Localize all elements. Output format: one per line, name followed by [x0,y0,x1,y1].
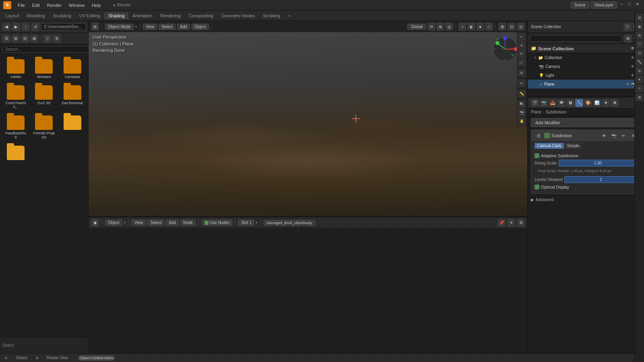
tab-layout[interactable]: Layout [2,12,23,19]
folder-daztounreal[interactable]: DazToUnreal [60,84,85,111]
outliner-filter-icon[interactable]: ⊞ [624,35,632,43]
tool-annotate[interactable]: ✏ [518,79,526,87]
tab-scripting[interactable]: Scripting [259,12,284,19]
props-scene-tab[interactable]: 🎬 [531,99,539,107]
outliner-search-input[interactable] [530,35,622,42]
levels-vp-value[interactable]: 1 [564,176,637,183]
mode-dropdown-icon[interactable]: ▾ [135,25,137,29]
menu-file[interactable]: File [14,2,28,8]
nav-refresh-btn[interactable]: ↺ [31,23,39,31]
view-list-btn[interactable]: ☰ [2,35,10,43]
viewport-gizmo[interactable]: ⊙ [517,23,525,31]
view-zoom-in[interactable]: 🔍 [518,100,526,108]
props-output-tab[interactable]: 📤 [549,99,557,107]
shader-select-menu[interactable]: Select [147,220,164,226]
outliner-camera[interactable]: 📷 Camera 👁 📷 [528,62,644,71]
folder-corel[interactable]: Corel PaintSh... [3,84,28,111]
maximize-btn[interactable]: □ [626,2,632,8]
tab-sculpting[interactable]: Sculpting [49,12,75,19]
rvb-btn-8[interactable]: ✦ [636,76,644,84]
rvb-btn-2[interactable]: ◉ [636,23,644,31]
tool-measure[interactable]: 📏 [518,90,526,98]
adaptive-sub-checkbox[interactable]: ✓ [535,153,539,158]
advanced-section-toggle[interactable]: ▶ Advanced [528,196,644,203]
rvb-btn-7[interactable]: ⊛ [636,67,644,75]
nav-forward-btn[interactable]: ▶ [12,23,20,31]
tab-catmull-clark[interactable]: Catmull-Clark [535,143,564,149]
node-canvas[interactable]: ubpmfaudy_4K_Normal.jpg 🖼 ubpmfaudy_4...… [89,228,527,353]
modifier-toggle-btn[interactable]: ☰ [535,132,543,140]
filter-btn[interactable]: ▽ [43,35,52,43]
props-object-tab[interactable]: ⊞ [566,99,574,107]
plane-eye[interactable]: 👁 [626,82,630,86]
viewport-add-menu[interactable]: Add [177,24,190,30]
shader-settings-btn[interactable]: ⚙ [517,219,525,227]
close-btn[interactable]: ✕ [634,2,641,8]
viewport-xray[interactable]: ⊡ [508,23,516,31]
tab-geometry-nodes[interactable]: Geometry Nodes [217,12,259,19]
shader-close-btn[interactable]: ✕ [507,219,515,227]
tool-move[interactable]: ✛ [518,41,526,49]
folder-feedbackhub[interactable]: FeedbackHub [3,114,28,141]
folder-extra2[interactable] [3,144,28,163]
tool-select[interactable]: ↖ [518,33,526,41]
outliner-filter-btn[interactable]: ▽ [623,23,632,31]
folder-bioware[interactable]: BioWare [31,58,56,80]
folder-camtasia[interactable]: Camtasia [60,58,85,80]
viewport-select-menu[interactable]: Select [159,24,175,30]
dicing-scale-value[interactable]: 1.00 [559,160,637,167]
file-search-input[interactable] [2,46,91,53]
transform-icons[interactable]: ⟳ [427,23,436,31]
viewport-overlay[interactable]: ⊞ [498,23,506,31]
viewport-shading-solid[interactable]: ○ [458,23,466,31]
viewport-shading-wireframe[interactable]: □ [485,23,493,31]
nav-up-btn[interactable]: ↑ [22,23,30,31]
scene-selector[interactable]: Scene [571,2,589,8]
viewport-shading-rendered[interactable]: ● [476,23,484,31]
menu-edit[interactable]: Edit [29,2,43,8]
tab-add[interactable]: + [284,12,295,19]
shader-pin-btn[interactable]: 📌 [497,219,506,227]
view-columns-btn[interactable]: ⊟ [21,35,29,43]
view-hand[interactable]: ✋ [518,117,526,125]
shader-mode-selector[interactable]: Object [105,220,122,226]
sort-btn[interactable]: ⇅ [53,35,61,43]
rvb-btn-1[interactable]: ⊞ [636,21,644,22]
menu-render[interactable]: Render [44,2,65,8]
snap-icons[interactable]: ⊕ [436,23,444,31]
tab-uv-editing[interactable]: UV Editing [75,12,104,19]
slot-dropdown[interactable]: ▾ [256,221,258,224]
rvb-btn-3[interactable]: ⊕ [636,31,644,39]
folder-fortnite[interactable]: Fortnite Projects [31,114,56,141]
shader-add-menu[interactable]: Add [166,220,179,226]
tool-transform[interactable]: ⊕ [518,69,526,77]
viewport-object-mode[interactable]: Object Mode [105,24,134,30]
tab-modeling[interactable]: Modeling [23,12,49,19]
rvb-btn-10[interactable]: ⊠ [636,93,644,101]
tab-rendering[interactable]: Rendering [156,12,185,19]
viewport-editor-btn[interactable]: ⊞ [91,23,99,31]
modifier-edit-btn[interactable]: ✏ [619,132,627,140]
props-data-tab[interactable]: 📊 [593,99,601,107]
tab-compositing[interactable]: Compositing [185,12,217,19]
shader-view-menu[interactable]: View [132,220,146,226]
rvb-btn-4[interactable]: ▽ [636,40,644,48]
tab-shading[interactable]: Shading [104,12,128,19]
props-view-tab[interactable]: 👁 [557,99,566,107]
add-modifier-button[interactable]: Add Modifier [531,118,641,127]
viewport-view-menu[interactable]: View [143,24,157,30]
optimal-display-checkbox[interactable]: ✓ [535,185,539,189]
proportional-edit[interactable]: ◎ [445,23,453,31]
folder-daz3d[interactable]: DAZ 3D [31,84,56,111]
viewport-object-menu[interactable]: Object [192,24,209,30]
file-path-bar[interactable]: C:\Users\versh\Doc... [41,23,86,30]
global-transform[interactable]: Global [407,24,426,30]
props-render-tab[interactable]: 📷 [540,99,548,107]
view-grid-btn[interactable]: ⊞ [12,35,20,43]
use-nodes-toggle[interactable]: Use Nodes [202,220,232,226]
shader-slot[interactable]: Slot 1 [238,220,254,226]
folder-extra1[interactable] [60,114,85,141]
modifier-render-btn[interactable]: 📷 [610,132,618,140]
props-modifier-tab[interactable]: 🔧 [575,99,583,107]
modifier-vis-btn[interactable]: 👁 [600,132,608,140]
